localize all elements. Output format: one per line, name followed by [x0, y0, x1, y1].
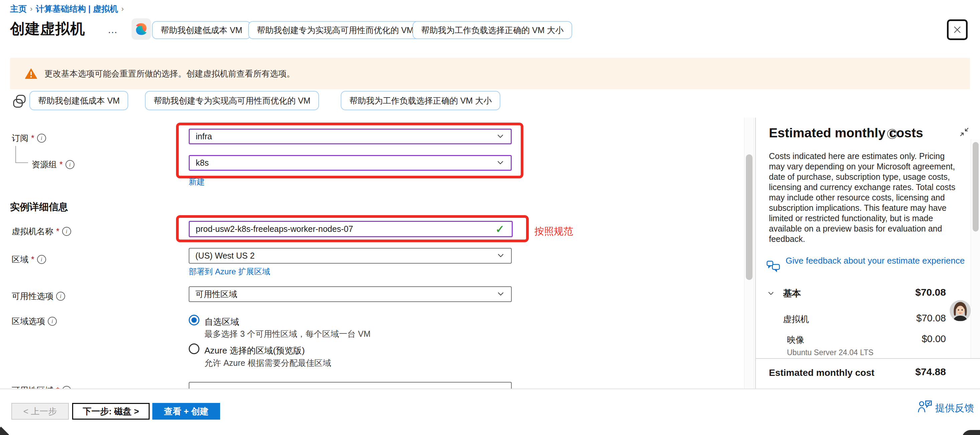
- avatar[interactable]: [948, 299, 972, 324]
- next-disks-button[interactable]: 下一步: 磁盘 >: [72, 403, 150, 420]
- radio-azure-selected-zones[interactable]: [189, 343, 199, 354]
- vm-name-input[interactable]: prod-usw2-k8s-freeleaps-worker-nodes-07 …: [189, 221, 513, 237]
- chevron-down-icon: [496, 158, 505, 168]
- radio-azure-selected-zones-label: Azure 选择的区域(预览版): [204, 345, 305, 357]
- form-scrollbar-thumb[interactable]: [746, 155, 752, 280]
- cost-vm-amount: $70.08: [886, 313, 946, 324]
- feedback-bubbles-icon: [766, 260, 780, 275]
- collapse-panel-icon[interactable]: [959, 127, 969, 138]
- breadcrumb-separator-icon: ›: [27, 5, 36, 13]
- page-title: 创建虚拟机: [10, 19, 85, 39]
- create-new-resource-group-link[interactable]: 新建: [189, 177, 205, 187]
- cost-panel-scrollbar-thumb[interactable]: [973, 142, 978, 231]
- screen-corner-artifact: [0, 427, 9, 435]
- copilot-pill-vm-size-2[interactable]: 帮助我为工作负载选择正确的 VM 大小: [341, 91, 500, 110]
- feedback-link[interactable]: 提供反馈: [935, 402, 974, 415]
- review-create-button[interactable]: 查看 + 创建: [152, 403, 220, 420]
- required-asterisk: *: [31, 133, 34, 143]
- cost-image-label: 映像: [787, 334, 804, 346]
- copilot-pill-high-availability[interactable]: 帮助我创建专为实现高可用性而优化的 VM: [248, 21, 422, 39]
- section-instance-details: 实例详细信息: [10, 201, 68, 214]
- cost-panel-description: Costs indicated here are estimates only.…: [769, 151, 962, 244]
- radio-self-selected-zones-label: 自选区域: [204, 316, 239, 328]
- radio-azure-selected-zones-desc: 允许 Azure 根据需要分配最佳区域: [204, 357, 331, 368]
- chevron-down-icon: [496, 289, 505, 300]
- copilot-pill-low-cost-2[interactable]: 帮助我创建低成本 VM: [29, 91, 128, 110]
- availability-options-label: 可用性选项 i: [12, 291, 65, 302]
- more-actions-button[interactable]: …: [108, 24, 119, 35]
- breadcrumb-separator-icon: ›: [118, 5, 127, 13]
- subscription-dropdown[interactable]: infra: [189, 129, 512, 144]
- previous-button[interactable]: < 上一步: [11, 403, 69, 420]
- edge-zone-link[interactable]: 部署到 Azure 扩展区域: [189, 266, 270, 277]
- vm-name-label: 虚拟机名称 * i: [12, 226, 71, 237]
- chevron-down-icon: [496, 251, 505, 261]
- region-label: 区域 * i: [12, 254, 46, 265]
- cost-group-amount: $70.08: [886, 287, 946, 298]
- info-icon[interactable]: i: [56, 292, 65, 301]
- availability-zone-label: 可用性区域 * i: [12, 385, 71, 389]
- availability-zone-dropdown[interactable]: 区域 1: [189, 382, 512, 389]
- required-asterisk: *: [59, 160, 63, 169]
- create-vm-page: 主页 › 计算基础结构 | 虚拟机 › 创建虚拟机 … 帮助我创建低成本: [0, 0, 980, 435]
- availability-zone-row-clipped: 可用性区域 * i 区域 1: [0, 381, 743, 389]
- resource-group-dropdown[interactable]: k8s: [189, 155, 512, 171]
- required-asterisk: *: [31, 255, 34, 264]
- chevron-down-icon[interactable]: [766, 289, 776, 299]
- tree-connector-vertical: [15, 146, 16, 163]
- close-icon: [952, 25, 962, 35]
- breadcrumb-home-link[interactable]: 主页: [10, 3, 27, 14]
- zone-options-label: 区域选项 i: [12, 316, 57, 327]
- estimate-feedback-link[interactable]: Give feedback about your estimate experi…: [786, 255, 966, 266]
- info-icon[interactable]: i: [62, 227, 71, 236]
- copilot-pill-low-cost[interactable]: 帮助我创建低成本 VM: [152, 21, 251, 39]
- info-icon[interactable]: i: [887, 129, 897, 139]
- warning-icon: [25, 68, 37, 79]
- chevron-down-icon: [496, 132, 505, 142]
- copilot-pill-vm-size[interactable]: 帮助我为工作负载选择正确的 VM 大小: [412, 21, 572, 39]
- copilot-outline-icon: [12, 94, 27, 110]
- cost-total-amount: $74.88: [886, 366, 946, 378]
- screen-corner-artifact: [962, 430, 980, 435]
- breadcrumb: 主页 › 计算基础结构 | 虚拟机 ›: [10, 3, 127, 14]
- cost-vm-label: 虚拟机: [783, 313, 809, 325]
- annotation-note: 按照规范: [535, 225, 573, 238]
- copilot-pill-high-availability-2[interactable]: 帮助我创建专为实现高可用性而优化的 VM: [145, 91, 319, 110]
- feedback-person-icon: [917, 400, 932, 415]
- cost-image-subtext: Ubuntu Server 24.04 LTS: [787, 348, 873, 357]
- resource-group-label: 资源组 * i: [32, 159, 75, 170]
- radio-self-selected-zones[interactable]: [189, 315, 199, 325]
- copilot-button[interactable]: [132, 18, 151, 40]
- cost-total-divider: [756, 358, 980, 359]
- region-dropdown[interactable]: (US) West US 2: [189, 248, 512, 264]
- info-icon[interactable]: i: [37, 255, 46, 264]
- panel-divider: [755, 118, 756, 389]
- warning-text: 更改基本选项可能会重置所做的选择。创建虚拟机前查看所有选项。: [45, 68, 295, 79]
- availability-options-dropdown[interactable]: 可用性区域: [189, 286, 512, 302]
- cost-image-amount: $0.00: [886, 333, 946, 344]
- copilot-logo-icon: [134, 22, 148, 36]
- form-scrollbar-track[interactable]: [744, 118, 754, 389]
- valid-check-icon: ✓: [495, 223, 504, 236]
- chevron-down-icon: [496, 382, 505, 389]
- info-icon[interactable]: i: [48, 317, 57, 326]
- warning-banner: 更改基本选项可能会重置所做的选择。创建虚拟机前查看所有选项。: [10, 58, 970, 89]
- footer-divider: [0, 389, 980, 389]
- cost-group-label[interactable]: 基本: [783, 287, 801, 300]
- required-asterisk: *: [56, 386, 59, 389]
- close-button[interactable]: [947, 19, 968, 40]
- cost-panel-title: Estimated monthly costs: [769, 126, 923, 140]
- cost-panel-scrollbar-track[interactable]: [970, 139, 980, 359]
- tree-connector-horizontal: [15, 163, 28, 163]
- breadcrumb-compute-link[interactable]: 计算基础结构 | 虚拟机: [36, 3, 118, 14]
- info-icon[interactable]: i: [65, 160, 75, 169]
- required-asterisk: *: [56, 226, 59, 236]
- cost-total-label: Estimated monthly cost: [769, 368, 875, 378]
- radio-self-selected-zones-desc: 最多选择 3 个可用性区域，每个区域一台 VM: [204, 328, 371, 339]
- info-icon[interactable]: i: [62, 386, 71, 389]
- subscription-label: 订阅 * i: [12, 133, 46, 143]
- info-icon[interactable]: i: [37, 134, 46, 143]
